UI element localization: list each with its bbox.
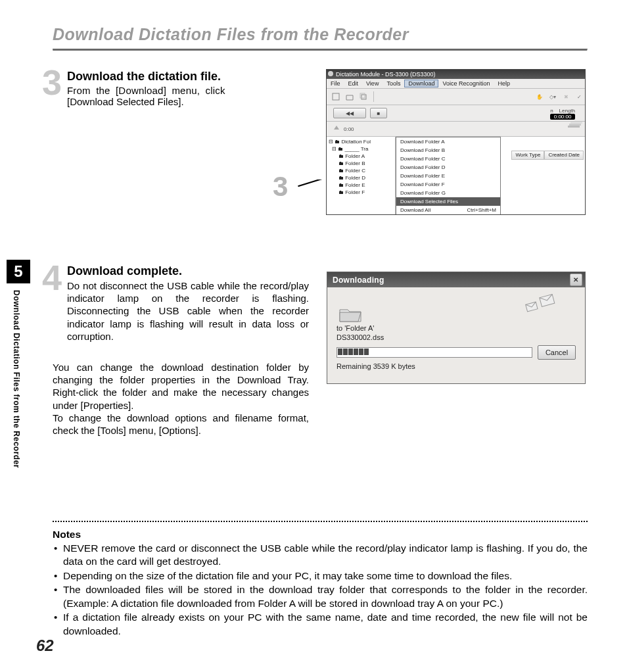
length-value: 0:00:00 bbox=[550, 114, 575, 120]
menu-tools[interactable]: Tools bbox=[383, 80, 404, 87]
new-icon[interactable] bbox=[331, 92, 340, 101]
stop-button[interactable]: ■ bbox=[370, 108, 387, 118]
app-list-area: ✋ ◇▾ ✖ ✓ n Length 0:00:00 Work Type Crea… bbox=[501, 137, 585, 215]
menu-help[interactable]: Help bbox=[494, 80, 515, 87]
svg-rect-2 bbox=[333, 93, 339, 100]
step-3-number: 3 bbox=[42, 64, 62, 100]
mi-folder-a[interactable]: Download Folder A bbox=[396, 137, 500, 146]
notes-heading: Notes bbox=[53, 529, 588, 540]
step-4-block: 4 Download complete. Do not disconnect t… bbox=[53, 264, 309, 437]
note-item: Depending on the size of the dictation f… bbox=[53, 569, 588, 583]
notes-section: Notes NEVER remove the card or disconnec… bbox=[53, 529, 588, 638]
envelope-fly-icon bbox=[520, 291, 559, 315]
menu-view[interactable]: View bbox=[362, 80, 383, 87]
svg-rect-5 bbox=[568, 126, 580, 128]
svg-rect-4 bbox=[360, 93, 365, 98]
mi-folder-e[interactable]: Download Folder E bbox=[396, 172, 500, 180]
svg-rect-7 bbox=[570, 122, 582, 124]
dialog-destination: to 'Folder A' bbox=[337, 324, 576, 332]
step-4-number: 4 bbox=[42, 260, 62, 295]
menu-edit[interactable]: Edit bbox=[344, 80, 363, 87]
step-4-para1: You can change the download destination … bbox=[53, 361, 309, 412]
chapter-side-label: Download Dictation Files from the Record… bbox=[12, 290, 21, 468]
mi-download-all[interactable]: Download AllCtrl+Shift+M bbox=[396, 206, 500, 214]
step-4-body: Do not disconnect the USB cable while th… bbox=[67, 279, 309, 343]
menu-download[interactable]: Download bbox=[404, 80, 438, 87]
close-icon[interactable]: ✕ bbox=[570, 274, 582, 286]
svg-rect-3 bbox=[361, 95, 366, 99]
app-timebar: 0:00 bbox=[327, 122, 585, 137]
step-4-para2: To change the download options and filen… bbox=[53, 412, 309, 437]
tree-folder-f[interactable]: 🖿 Folder F bbox=[329, 189, 393, 196]
step-3-block: 3 Download the dictation file. From the … bbox=[53, 70, 309, 107]
app-menubar: File Edit View Tools Download Voice Reco… bbox=[327, 79, 585, 89]
col-createddate[interactable]: Created Date bbox=[544, 151, 584, 160]
copy-icon[interactable] bbox=[359, 92, 368, 101]
hand-icon[interactable]: ✋ bbox=[535, 92, 544, 101]
marker-icon bbox=[333, 126, 340, 132]
tree-folder-d[interactable]: 🖿 Folder D bbox=[329, 174, 393, 181]
tag-icon[interactable]: ◇▾ bbox=[548, 92, 557, 101]
mi-folder-b[interactable]: Download Folder B bbox=[396, 146, 500, 155]
app-tree: ⊟ 🖿 Dictation Fol ⊟ 🖿 _____ Tra 🖿 Folder… bbox=[327, 137, 396, 215]
svg-point-1 bbox=[328, 71, 333, 76]
dialog-remaining: Remaining 3539 K bytes bbox=[337, 362, 576, 370]
chapter-tab: 5 bbox=[7, 260, 30, 283]
notes-divider bbox=[53, 521, 588, 522]
note-item: The downloaded files will be stored in t… bbox=[53, 583, 588, 610]
tree-folder-e[interactable]: 🖿 Folder E bbox=[329, 181, 393, 189]
tree-folder-c[interactable]: 🖿 Folder C bbox=[329, 167, 393, 174]
svg-rect-6 bbox=[569, 124, 581, 126]
length-label: n Length bbox=[550, 108, 575, 114]
mi-folder-d[interactable]: Download Folder D bbox=[396, 163, 500, 172]
title-rule bbox=[53, 49, 588, 51]
note-item: If a dictation file already exists on yo… bbox=[53, 611, 588, 638]
mi-folder-c[interactable]: Download Folder C bbox=[396, 155, 500, 163]
menu-voice-recognition[interactable]: Voice Recognition bbox=[438, 80, 494, 87]
layers-icon[interactable] bbox=[568, 121, 582, 134]
app-titlebar: Dictation Module - DS-3300 (DS3300) bbox=[327, 70, 585, 79]
step-4-heading: Download complete. bbox=[67, 264, 309, 278]
note-item: NEVER remove the card or disconnect the … bbox=[53, 542, 588, 569]
check-icon[interactable]: ✓ bbox=[574, 92, 584, 101]
dialog-title: Downloading bbox=[333, 276, 384, 285]
time-display: 0:00 bbox=[344, 126, 354, 132]
step-3-line2: [Download Selected Files]. bbox=[67, 96, 309, 107]
app-title-text: Dictation Module - DS-3300 (DS3300) bbox=[336, 71, 436, 78]
mi-folder-g[interactable]: Download Folder G bbox=[396, 189, 500, 197]
mi-download-selected[interactable]: Download Selected Files bbox=[396, 197, 500, 206]
col-worktype[interactable]: Work Type bbox=[511, 151, 544, 160]
callout-3-number: 3 bbox=[273, 171, 288, 203]
dialog-titlebar: Downloading ✕ bbox=[327, 272, 585, 287]
step-3-line1: From the [Download] menu, click bbox=[67, 85, 309, 96]
open-icon[interactable] bbox=[345, 92, 354, 101]
menu-file[interactable]: File bbox=[327, 80, 344, 87]
app-icon bbox=[327, 70, 334, 77]
app-playbar: ◀◀ ■ bbox=[327, 105, 585, 122]
cancel-button[interactable]: Cancel bbox=[538, 345, 576, 360]
tree-tray[interactable]: ⊟ 🖿 _____ Tra bbox=[329, 145, 393, 153]
page-number: 62 bbox=[36, 636, 54, 655]
mi-folder-f[interactable]: Download Folder F bbox=[396, 180, 500, 189]
delete-icon[interactable]: ✖ bbox=[561, 92, 570, 101]
tree-folder-a[interactable]: 🖿 Folder A bbox=[329, 153, 393, 160]
page-title: Download Dictation Files from the Record… bbox=[53, 25, 588, 44]
downloading-dialog: Downloading ✕ to 'Folder A' DS330002.dss bbox=[327, 272, 586, 384]
tree-folder-b[interactable]: 🖿 Folder B bbox=[329, 160, 393, 167]
app-window: Dictation Module - DS-3300 (DS3300) File… bbox=[326, 69, 586, 215]
folder-icon bbox=[339, 306, 361, 323]
rewind-button[interactable]: ◀◀ bbox=[333, 108, 366, 118]
dialog-filename: DS330002.dss bbox=[337, 333, 576, 341]
step-3-heading: Download the dictation file. bbox=[67, 70, 309, 84]
progress-bar bbox=[337, 347, 532, 358]
tree-root[interactable]: ⊟ 🖿 Dictation Fol bbox=[329, 138, 393, 145]
download-menu-dropdown: Download Folder A Download Folder B Down… bbox=[396, 137, 501, 215]
